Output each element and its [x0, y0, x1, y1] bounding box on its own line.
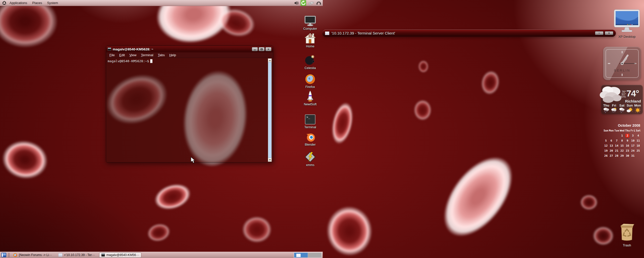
menu-applications[interactable]: Applications — [8, 0, 31, 6]
computer-icon — [304, 16, 316, 26]
terminal-window[interactable]: magalv@8540-KM5628: ~ × File Edit View T… — [106, 46, 273, 163]
task-label: magalv@8540-KM56··· — [106, 253, 139, 257]
forecast-day: Sun — [626, 104, 633, 114]
calendar-gadget[interactable]: October 2008 SunMonTueWedThuFriSat123456… — [603, 123, 641, 159]
update-notifier-icon[interactable] — [301, 0, 306, 6]
taskbar-task-firefox[interactable]: [Neowin Forums -> Li··· — [11, 252, 56, 258]
cloud-rain-icon — [619, 107, 625, 113]
menu-help[interactable]: Help — [167, 53, 178, 57]
minimize-button[interactable] — [252, 47, 258, 51]
desktop-icon-firefox[interactable]: Firefox — [298, 73, 322, 89]
weather-gadget[interactable]: 76° 51° 30% 74° Richland Thu Fri — [601, 85, 643, 114]
calendar-day: 22 — [619, 149, 625, 154]
terminal-cursor — [150, 59, 152, 63]
calendar-day: 5 — [603, 139, 609, 144]
terminal-content[interactable]: magalv@8540-KM5628:~$ — [106, 58, 273, 162]
tsc-window-controls: − × — [594, 31, 613, 35]
blood-cell — [418, 60, 428, 73]
tsc-window-title: '10.10.172.39 - Terminal Server Client' — [331, 31, 395, 35]
distro-logo-icon[interactable] — [2, 1, 7, 5]
calendar-day: 1 — [619, 134, 625, 139]
desktop-icon-celestia[interactable]: Celestia — [298, 54, 322, 70]
blender-icon — [304, 132, 316, 142]
calendar-day: 10 — [630, 139, 635, 144]
desktop-icon-computer[interactable]: Computer — [298, 15, 322, 30]
desktop-icon-blender[interactable]: Blender — [298, 131, 322, 146]
taskbar-grip[interactable] — [8, 253, 10, 257]
taskbar-task-terminal[interactable]: magalv@8540-KM56··· — [99, 252, 141, 258]
menu-edit[interactable]: Edit — [117, 53, 127, 57]
desktop-icon-xmms[interactable]: xmms — [298, 151, 322, 167]
calendar-day: 27 — [609, 154, 614, 159]
calendar-day-header: Wed — [619, 129, 625, 134]
forecast-day: Sat — [619, 104, 625, 114]
close-button[interactable]: × — [605, 31, 613, 35]
calendar-day: 15 — [619, 144, 625, 149]
volume-icon[interactable] — [294, 1, 299, 5]
desktop-icon-trash[interactable]: Trash — [617, 223, 637, 247]
menu-file[interactable]: File — [107, 53, 117, 57]
taskbar-task-tsc[interactable]: ='10.10.172.39 - Ter··· — [56, 252, 99, 258]
show-desktop-button[interactable] — [1, 252, 7, 258]
calendar-day: 18 — [635, 144, 641, 149]
desktop-icon-terminal[interactable]: >_ Terminal — [298, 114, 322, 129]
forecast-day: Fri — [611, 104, 617, 114]
scroll-up-button[interactable] — [268, 59, 271, 62]
terminal-icon — [101, 253, 105, 257]
calendar-day: 11 — [635, 139, 641, 144]
system-tray — [294, 0, 321, 6]
bottom-taskbar: [Neowin Forums -> Li··· ='10.10.172.39 -… — [0, 252, 323, 258]
clouds-icon — [599, 84, 623, 105]
desktop-icon-home[interactable]: Home — [298, 33, 322, 48]
calendar-day: 7 — [614, 139, 619, 144]
calendar-day — [609, 134, 614, 139]
calendar-day: 6 — [609, 139, 614, 144]
blood-cell — [414, 100, 431, 120]
terminal-icon: >_ — [305, 114, 316, 125]
calendar-day: 31 — [630, 154, 635, 159]
show-desktop-icon — [1, 253, 6, 257]
blood-cell — [151, 179, 194, 214]
terminal-menubar: File Edit View Terminal Tabs Help — [106, 52, 273, 58]
close-button[interactable]: × — [265, 47, 271, 51]
terminal-scrollbar[interactable] — [268, 58, 272, 162]
workspace-1[interactable] — [294, 253, 308, 257]
terminal-window-title: magalv@8540-KM5628: ~ — [113, 47, 251, 51]
clock-gadget[interactable]: BERLIN — [603, 47, 641, 80]
calendar-day: 8 — [619, 139, 625, 144]
firefox-icon — [13, 253, 17, 257]
menu-tabs[interactable]: Tabs — [155, 53, 167, 57]
workspace-2[interactable] — [308, 253, 321, 257]
desktop-icon-label: Celestia — [298, 66, 322, 70]
menu-places[interactable]: Places — [31, 0, 46, 6]
menu-system[interactable]: System — [46, 0, 61, 6]
weather-location: Richland — [625, 99, 641, 103]
menu-terminal[interactable]: Terminal — [139, 53, 155, 57]
menu-view[interactable]: View — [127, 53, 139, 57]
calendar-today: 2 — [625, 134, 629, 138]
forecast-day: Mon — [634, 104, 641, 114]
newtsoft-icon — [305, 90, 316, 102]
blood-cell — [325, 204, 375, 258]
calendar-day: 26 — [603, 154, 609, 159]
cloud-rain-icon — [603, 107, 610, 113]
blood-cell — [580, 195, 598, 210]
desktop-icon-newtsoft[interactable]: NewtSoft — [298, 91, 322, 106]
task-label: [Neowin Forums -> Li··· — [19, 253, 52, 257]
blood-cell — [430, 144, 526, 249]
blood-cell — [145, 221, 172, 244]
minimize-button[interactable]: − — [595, 31, 603, 35]
network-icon[interactable] — [308, 1, 314, 5]
desktop-icon-label: XP Desktop — [611, 35, 643, 39]
terminal-titlebar[interactable]: magalv@8540-KM5628: ~ × — [106, 46, 273, 52]
desktop-icon-label: Home — [298, 45, 322, 48]
terminal-window-icon — [108, 48, 111, 51]
calendar-day — [614, 134, 619, 139]
modem-icon[interactable] — [316, 1, 321, 5]
desktop-icon-label: xmms — [298, 163, 322, 167]
maximize-button[interactable] — [259, 47, 265, 51]
scroll-down-button[interactable] — [268, 158, 271, 162]
tsc-window-titlebar[interactable]: '10.10.172.39 - Terminal Server Client' … — [323, 29, 616, 37]
scrollbar-thumb[interactable] — [268, 62, 271, 158]
calendar-day: 28 — [614, 154, 619, 159]
